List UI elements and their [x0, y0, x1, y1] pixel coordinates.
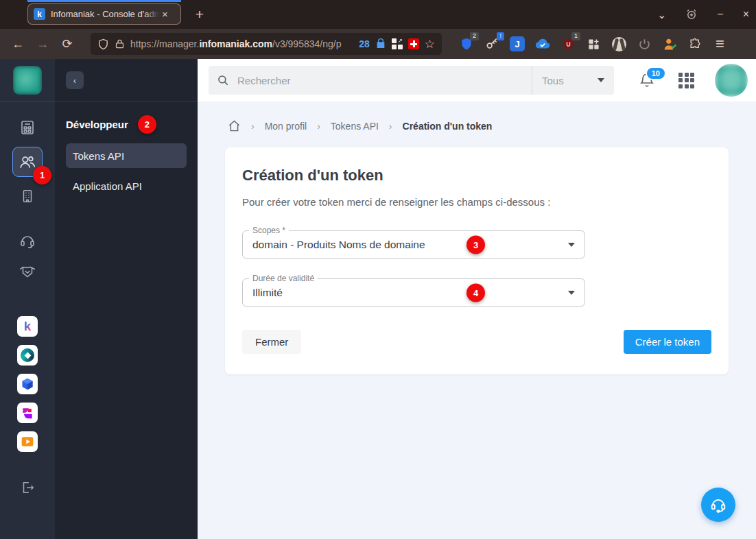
search-input[interactable] [237, 75, 532, 86]
breadcrumb: › Mon profil › Tokens API › Création d'u… [225, 101, 729, 132]
back-button[interactable]: ← [7, 33, 29, 55]
org-logo[interactable] [13, 66, 42, 95]
panel-heading: Développeur 2 [66, 115, 187, 134]
notifications-button[interactable]: 10 [639, 72, 655, 88]
token-creation-card: Création d'un token Pour créer votre tok… [225, 147, 729, 374]
ext-user-check-icon[interactable] [661, 36, 678, 52]
lock-icon[interactable] [115, 38, 125, 49]
cart-count: 28 [359, 38, 370, 49]
sidebar-item-products-icon[interactable] [14, 114, 41, 141]
page-title: Création d'un token [242, 167, 711, 184]
shopping-bag-icon[interactable] [375, 38, 386, 49]
ext-privacy-badger-icon[interactable] [611, 36, 627, 52]
minimize-button[interactable]: − [717, 8, 723, 21]
annotation-badge-2: 2 [138, 115, 156, 134]
url-bar[interactable]: https://manager.infomaniak.com/v3/995834… [91, 33, 442, 55]
card-subtitle: Pour créer votre token merci de renseign… [242, 196, 711, 208]
scopes-label: Scopes * [249, 226, 289, 235]
collapse-sidebar-button[interactable]: ‹ [66, 71, 84, 89]
ext-j-icon[interactable]: J [509, 36, 525, 52]
menu-icon[interactable]: ≡ [716, 35, 724, 53]
sidebar-item-users-icon[interactable]: 1 [12, 147, 43, 177]
support-chat-button[interactable] [701, 488, 735, 522]
rail-divider [0, 101, 55, 101]
browser-tab[interactable]: k Infomaniak - Console d'adm × [27, 3, 181, 25]
active-tab-accent [27, 0, 181, 2]
annotation-badge-4: 4 [466, 283, 485, 302]
sidebar-item-tokens-api[interactable]: Tokens API [66, 143, 187, 168]
scopes-select[interactable]: Scopes * domain - Produits Noms de domai… [242, 230, 585, 259]
tab-title: Infomaniak - Console d'adm [51, 9, 159, 19]
chevron-down-icon [598, 78, 604, 82]
logout-icon[interactable] [14, 474, 41, 501]
sidebar-item-partner-icon[interactable] [14, 258, 41, 285]
alarm-clock-icon[interactable] [685, 8, 698, 21]
create-token-button[interactable]: Créer le token [624, 330, 711, 354]
breadcrumb-item-current: Création d'un token [403, 121, 493, 132]
user-avatar[interactable] [715, 64, 748, 97]
scopes-value: domain - Produits Noms de domaine [252, 239, 425, 251]
validity-select[interactable]: Durée de validité Illimité 4 [242, 278, 585, 307]
search-icon [217, 74, 229, 86]
main-area: Tous 10 [198, 59, 756, 539]
app-kchat-icon[interactable] [17, 345, 38, 366]
apps-grid-icon[interactable] [678, 73, 694, 88]
search-bar[interactable]: Tous [209, 66, 614, 95]
swiss-flag-icon [408, 38, 419, 49]
ext-password-key-icon[interactable]: ! [484, 36, 500, 52]
sidebar-item-organization-icon[interactable] [14, 182, 41, 210]
icon-rail: 1 k [0, 59, 55, 539]
page: 1 k [0, 59, 756, 539]
annotation-badge-3: 3 [466, 235, 485, 254]
sidebar-item-application-api[interactable]: Application API [66, 175, 187, 197]
search-scope-select[interactable]: Tous [532, 66, 614, 95]
container-tabs-icon[interactable]: ↗ [392, 38, 403, 49]
breadcrumb-item-tokens[interactable]: Tokens API [331, 121, 379, 132]
window-close-button[interactable]: × [743, 8, 749, 21]
new-tab-button[interactable]: + [191, 5, 209, 23]
chevron-down-icon [568, 243, 575, 247]
url-text: https://manager.infomaniak.com/v3/995834… [130, 38, 353, 49]
ext-grid-plus-icon[interactable] [585, 36, 602, 52]
tab-favicon: k [34, 8, 45, 20]
panel-heading-label: Développeur [66, 119, 128, 130]
secondary-sidebar: ‹ Développeur 2 Tokens API Application A… [55, 59, 198, 539]
chevron-down-icon [568, 291, 575, 295]
forward-button[interactable]: → [32, 33, 54, 55]
notification-count-badge: 10 [646, 67, 666, 80]
reload-button[interactable]: ⟳ [56, 33, 78, 55]
content-area: › Mon profil › Tokens API › Création d'u… [198, 101, 756, 539]
extensions-puzzle-icon[interactable] [687, 36, 703, 52]
close-button[interactable]: Fermer [242, 330, 301, 354]
validity-label: Durée de validité [249, 274, 318, 283]
ext-vpn-shield-icon[interactable]: 2 [458, 36, 475, 52]
app-kdrive-icon[interactable] [17, 374, 38, 394]
extension-row: 2 ! J 1 [458, 36, 703, 52]
bookmark-star-icon[interactable]: ☆ [425, 37, 435, 51]
tab-close-icon[interactable]: × [162, 9, 168, 19]
breadcrumb-item-profile[interactable]: Mon profil [265, 121, 307, 132]
tab-list-icon[interactable]: ⌄ [657, 8, 666, 21]
annotation-badge-1: 1 [33, 166, 51, 184]
ext-ublock-icon[interactable]: 1 [560, 36, 576, 52]
app-kmeet-icon[interactable] [17, 403, 38, 423]
sidebar-item-support-icon[interactable] [14, 228, 41, 255]
app-vod-icon[interactable] [17, 431, 38, 452]
browser-window: k Infomaniak - Console d'adm × + ⌄ − × ←… [0, 0, 756, 539]
ext-power-icon[interactable] [636, 36, 652, 52]
app-header: Tous 10 [198, 59, 756, 101]
tracking-shield-icon[interactable] [97, 38, 109, 50]
app-ksuite-icon[interactable]: k [17, 316, 38, 337]
nav-toolbar: ← → ⟳ https://manager.infomaniak.com/v3/… [0, 29, 756, 59]
titlebar: k Infomaniak - Console d'adm × + ⌄ − × [0, 0, 756, 29]
validity-value: Illimité [252, 287, 283, 299]
tab-title-fade [144, 9, 159, 19]
home-icon[interactable] [228, 119, 241, 132]
ext-cloud-sync-icon[interactable] [534, 36, 551, 52]
